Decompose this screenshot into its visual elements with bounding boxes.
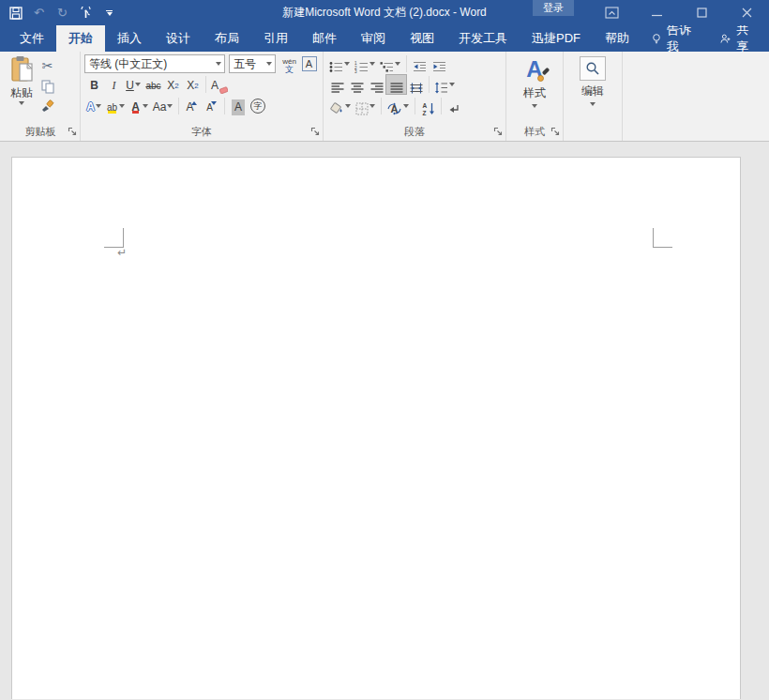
increase-indent-icon	[432, 61, 446, 73]
bullets-button[interactable]	[327, 54, 353, 73]
subscript-button[interactable]: X2	[163, 75, 183, 94]
styles-button[interactable]: A 样式	[509, 53, 560, 108]
line-spacing-button[interactable]	[432, 75, 458, 94]
customize-caret-icon	[106, 10, 113, 16]
font-name-combobox[interactable]: 等线 (中文正文)	[84, 54, 225, 73]
tab-label: 视图	[410, 30, 434, 47]
italic-button[interactable]: I	[104, 75, 124, 94]
font-dialog-launcher[interactable]	[310, 127, 320, 136]
clipboard-group: 粘贴 ✂	[1, 52, 81, 141]
ribbon-tab-home[interactable]: 开始	[56, 25, 105, 52]
character-border-icon: A	[302, 56, 317, 71]
align-left-icon	[331, 83, 344, 94]
ribbon-tab-file[interactable]: 文件	[8, 25, 56, 52]
paragraph-mark: ↵	[117, 246, 127, 259]
tell-me-button[interactable]: 告诉我	[641, 25, 705, 52]
distribute-button[interactable]	[406, 75, 426, 94]
ribbon-tab-bar: 文件 开始 插入 设计 布局 引用 邮件 审阅 视图 开发	[0, 25, 769, 52]
cut-button[interactable]: ✂	[38, 54, 57, 74]
save-button[interactable]	[4, 1, 27, 24]
customize-quick-access-button[interactable]	[98, 1, 121, 24]
font-size-combobox[interactable]: 五号	[229, 54, 276, 73]
margin-corner-mark-top-left	[104, 228, 124, 248]
ribbon-tab-references[interactable]: 引用	[251, 25, 300, 52]
borders-button[interactable]	[354, 97, 378, 115]
minimize-button[interactable]	[634, 0, 679, 25]
editing-button[interactable]: 编辑	[566, 53, 619, 106]
copy-button[interactable]	[38, 74, 57, 94]
ribbon-tab-help[interactable]: 帮助	[593, 25, 641, 52]
tab-label: 开始	[68, 30, 93, 47]
text-effects-button[interactable]: A	[84, 97, 104, 115]
ribbon-display-options-button[interactable]	[589, 0, 634, 25]
touch-mouse-mode-button[interactable]	[74, 1, 98, 24]
tab-label: 设计	[166, 30, 190, 47]
shrink-font-arrow-icon	[211, 101, 217, 105]
maximize-button[interactable]	[679, 0, 724, 25]
clipboard-dialog-launcher[interactable]	[68, 127, 77, 136]
decrease-indent-button[interactable]	[410, 54, 430, 73]
editing-group-label	[566, 125, 619, 141]
strikethrough-button[interactable]: abc	[143, 75, 163, 94]
redo-icon: ↻	[57, 6, 68, 20]
ribbon-tab-design[interactable]: 设计	[154, 25, 203, 52]
numbering-caret-icon	[369, 62, 375, 66]
ribbon-tab-review[interactable]: 审阅	[349, 25, 398, 52]
clipboard-group-label: 剪贴板	[4, 125, 77, 141]
borders-icon	[355, 102, 369, 115]
multilevel-list-button[interactable]	[378, 54, 403, 73]
font-size-value: 五号	[234, 56, 256, 72]
numbering-icon: 123	[354, 61, 369, 73]
ribbon-tab-mailings[interactable]: 邮件	[300, 25, 349, 52]
numbering-button[interactable]: 123	[353, 54, 378, 73]
ribbon-tab-view[interactable]: 视图	[398, 25, 446, 52]
ribbon-tab-layout[interactable]: 布局	[203, 25, 251, 52]
superscript-button[interactable]: X2	[183, 75, 203, 94]
phonetic-guide-icon: wén 文	[282, 58, 296, 73]
justify-button[interactable]	[386, 75, 406, 94]
shrink-font-button[interactable]: A	[202, 97, 221, 115]
format-painter-button[interactable]	[38, 94, 57, 114]
character-shading-button[interactable]: A	[228, 97, 248, 115]
asian-layout-button[interactable]: A	[384, 97, 412, 115]
ribbon-tab-xunjie-pdf[interactable]: 迅捷PDF	[520, 25, 593, 52]
underline-button[interactable]: U	[124, 75, 143, 94]
document-page[interactable]: ↵	[11, 157, 741, 699]
enclose-characters-button[interactable]: 字	[248, 97, 267, 115]
format-painter-icon	[40, 99, 54, 114]
close-button[interactable]	[724, 0, 769, 25]
undo-button[interactable]: ↶	[27, 1, 51, 24]
font-size-caret-icon	[266, 62, 272, 66]
bold-button[interactable]: B	[84, 75, 104, 94]
align-right-button[interactable]	[367, 75, 386, 94]
sort-button[interactable]: A Z	[418, 97, 438, 115]
shading-button[interactable]	[327, 97, 354, 115]
increase-indent-button[interactable]	[430, 54, 449, 73]
share-button[interactable]: 共享	[705, 25, 769, 52]
clear-formatting-button[interactable]: A	[209, 75, 230, 94]
character-border-button[interactable]: A	[299, 54, 319, 73]
text-highlight-button[interactable]: ab	[104, 97, 128, 115]
styles-dialog-launcher[interactable]	[550, 127, 560, 136]
phonetic-guide-button[interactable]: wén 文	[279, 54, 299, 73]
sort-letter-a: A	[422, 102, 427, 109]
redo-button[interactable]: ↻	[51, 1, 74, 24]
font-color-bar	[132, 111, 139, 114]
show-hide-marks-icon	[448, 103, 460, 115]
grow-font-arrow-icon	[191, 101, 197, 105]
show-hide-marks-button[interactable]	[445, 97, 464, 115]
paste-icon	[9, 55, 34, 84]
ribbon-tab-insert[interactable]: 插入	[105, 25, 154, 52]
align-left-button[interactable]	[327, 75, 347, 94]
font-color-button[interactable]: A	[128, 97, 151, 115]
sign-in-button[interactable]: 登录	[533, 0, 574, 16]
paragraph-group: 123	[324, 52, 506, 141]
align-center-button[interactable]	[347, 75, 367, 94]
grow-font-button[interactable]: A	[182, 97, 202, 115]
paste-button[interactable]: 粘贴	[4, 53, 38, 105]
ribbon-tab-developer[interactable]: 开发工具	[446, 25, 520, 52]
change-case-button[interactable]: Aa	[151, 97, 176, 115]
close-icon	[742, 8, 752, 18]
paragraph-dialog-launcher[interactable]	[493, 127, 503, 136]
bullets-icon	[329, 61, 343, 73]
